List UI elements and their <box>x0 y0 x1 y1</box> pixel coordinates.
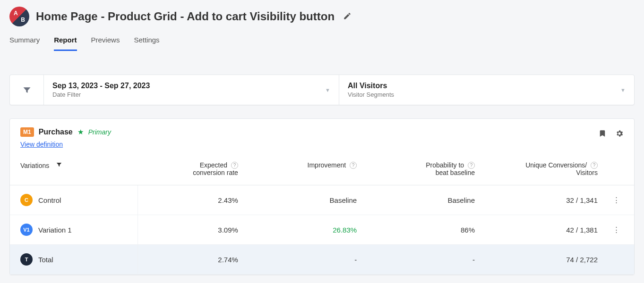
tabs: Summary Report Previews Settings <box>9 36 635 51</box>
help-icon[interactable]: ? <box>468 162 475 169</box>
chevron-down-icon: ▼ <box>620 87 626 93</box>
row-menu-button[interactable]: ⋮ <box>608 215 634 245</box>
metric-card: M1 Purchase ★ Primary View definition Va… <box>9 118 635 275</box>
ab-test-logo: AB <box>9 7 29 26</box>
col-improvement: Improvement <box>308 161 346 169</box>
cell-improvement: 26.83% <box>249 215 367 245</box>
date-filter[interactable]: Sep 13, 2023 - Sep 27, 2023 Date Filter … <box>44 75 339 105</box>
col-expected-1: Expected <box>200 161 227 169</box>
cell-probability: Baseline <box>367 185 485 215</box>
tab-previews[interactable]: Previews <box>91 36 120 51</box>
help-icon[interactable]: ? <box>231 162 238 169</box>
row-menu-button[interactable]: ⋮ <box>608 185 634 215</box>
variation-chip-total: T <box>20 253 33 266</box>
table-row-v1: V1 Variation 1 3.09% 26.83% 86% 42 / 1,3… <box>10 215 634 245</box>
col-variations: Variations <box>20 162 49 169</box>
table-row-total: T Total 2.74% - - 74 / 2,722 <box>10 245 634 275</box>
help-icon[interactable]: ? <box>591 162 598 169</box>
col-conv-1: Unique Conversions/ <box>525 161 587 169</box>
cell-rate: 2.43% <box>137 185 249 215</box>
cell-conversions: 42 / 1,381 <box>485 215 608 245</box>
segment-filter[interactable]: All Visitors Visitor Segments ▼ <box>339 75 634 105</box>
cell-rate: 3.09% <box>137 215 249 245</box>
results-table: Variations Expected ? conversion rate Im… <box>10 153 634 275</box>
cell-probability: - <box>367 245 485 275</box>
segment-filter-value: All Visitors <box>348 82 394 90</box>
col-prob-2: beat baseline <box>372 169 475 176</box>
date-filter-label: Date Filter <box>52 91 150 98</box>
cell-improvement: - <box>249 245 367 275</box>
tab-summary[interactable]: Summary <box>9 36 40 51</box>
tab-report[interactable]: Report <box>54 36 77 51</box>
cell-improvement: Baseline <box>249 185 367 215</box>
star-icon: ★ <box>77 128 84 136</box>
segment-filter-label: Visitor Segments <box>348 91 394 98</box>
cell-rate: 2.74% <box>137 245 249 275</box>
col-expected-2: conversion rate <box>142 169 238 176</box>
col-prob-1: Probability to <box>426 161 464 169</box>
metric-header: M1 Purchase ★ Primary View definition <box>10 119 634 153</box>
gear-icon[interactable] <box>615 129 624 139</box>
primary-badge: Primary <box>88 128 111 136</box>
title-row: AB Home Page - Product Grid - Add to car… <box>9 7 635 26</box>
bookmark-icon[interactable] <box>598 129 607 139</box>
header: AB Home Page - Product Grid - Add to car… <box>0 0 644 51</box>
edit-title-icon[interactable] <box>341 10 353 24</box>
view-definition-link[interactable]: View definition <box>20 141 111 148</box>
variation-name: Total <box>38 256 53 264</box>
filter-bar: Sep 13, 2023 - Sep 27, 2023 Date Filter … <box>9 75 635 105</box>
variation-name: Variation 1 <box>38 226 72 234</box>
help-icon[interactable]: ? <box>350 162 357 169</box>
variations-filter-icon[interactable] <box>56 162 62 169</box>
table-row-control: C Control 2.43% Baseline Baseline 32 / 1… <box>10 185 634 215</box>
chevron-down-icon: ▼ <box>325 87 330 93</box>
page-title: Home Page - Product Grid - Add to cart V… <box>36 10 335 23</box>
cell-conversions: 32 / 1,341 <box>485 185 608 215</box>
filter-icon-button[interactable] <box>10 75 44 105</box>
date-filter-value: Sep 13, 2023 - Sep 27, 2023 <box>52 82 150 90</box>
metric-name: Purchase <box>39 128 73 136</box>
variation-name: Control <box>38 196 61 204</box>
variation-chip-v1: V1 <box>20 224 33 236</box>
col-conv-2: Visitors <box>490 169 598 176</box>
metric-index-badge: M1 <box>20 127 34 137</box>
variation-chip-control: C <box>20 194 33 206</box>
cell-conversions: 74 / 2,722 <box>485 245 608 275</box>
cell-probability: 86% <box>367 215 485 245</box>
tab-settings[interactable]: Settings <box>134 36 159 51</box>
